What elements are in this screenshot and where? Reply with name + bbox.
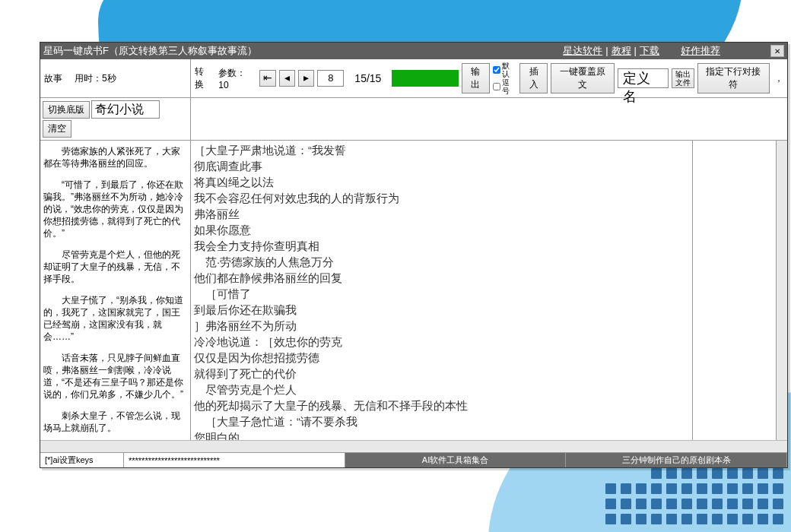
output-line[interactable]: 弗洛丽丝: [194, 206, 689, 222]
ai-keys-cell[interactable]: [*]ai设置keys: [40, 453, 124, 467]
source-paragraph: “可惜了，到最后了，你还在欺骗我。”弗洛丽丝不为所动，她冷冷的说，“效忠你的劳克…: [43, 179, 187, 239]
source-text-pane[interactable]: 劳德家族的人紧张死了，大家都在等待弗洛丽丝的回应。“可惜了，到最后了，你还在欺骗…: [40, 141, 191, 440]
opt-comma[interactable]: 逗号: [493, 78, 516, 95]
opt-default[interactable]: 默认: [493, 62, 516, 78]
source-paragraph: 大皇子慌了，“别杀我，你知道的，我死了，这国家就完了，国王已经驾崩，这国家没有我…: [43, 294, 187, 343]
title-bar: 星码一键成书F（原文转换第三人称叙事故事流） 星达软件|教程|下载 好作推荐 ✕: [40, 43, 787, 59]
output-line[interactable]: ［大皇子严肃地说道：“我发誓: [194, 142, 689, 158]
close-button[interactable]: ✕: [770, 45, 784, 57]
export-file-button[interactable]: 输出 文件: [672, 68, 694, 88]
link-download[interactable]: 下载: [640, 45, 659, 56]
output-line[interactable]: ［大皇子急忙道：“请不要杀我: [194, 413, 689, 429]
output-line[interactable]: 您明白的: [194, 429, 689, 440]
scrollbar-v[interactable]: [777, 141, 787, 440]
time-label: 用时：5秒: [73, 72, 118, 85]
prev-page-button[interactable]: ◂: [279, 70, 295, 87]
source-paragraph: 尽管劳克是个烂人，但他的死却证明了大皇子的残暴，无信，不择手段。: [43, 249, 187, 285]
status-bar: [*]ai设置keys ****************************…: [40, 452, 787, 467]
ai-tools-button[interactable]: AI软件工具箱集合: [345, 453, 567, 467]
define-name-input[interactable]: 定义名: [618, 68, 668, 88]
output-line[interactable]: 仅仅是因为你想招揽劳德: [194, 350, 689, 366]
scrollbar-h[interactable]: [40, 440, 787, 452]
source-paragraph: 刺杀大皇子，不管怎么说，现场马上就崩乱了。: [43, 410, 187, 434]
app-window: 星码一键成书F（原文转换第三人称叙事故事流） 星达软件|教程|下载 好作推荐 ✕…: [40, 42, 788, 468]
output-line[interactable]: 他们都在静候弗洛丽丝的回复: [194, 270, 689, 286]
output-line[interactable]: 我不会容忍任何对效忠我的人的背叛行为: [194, 190, 689, 206]
output-line[interactable]: 如果你愿意: [194, 222, 689, 238]
stars-cell: ****************************: [124, 453, 345, 467]
overwrite-button[interactable]: 一键覆盖原文: [551, 63, 615, 93]
convert-label: 转换: [193, 65, 214, 91]
insert-button[interactable]: 插入: [519, 63, 548, 93]
output-line[interactable]: 到最后你还在欺骗我: [194, 302, 689, 318]
output-line[interactable]: 尽管劳克是个烂人: [194, 382, 689, 397]
decorative-dots: [605, 468, 783, 524]
make-script-button[interactable]: 三分钟制作自己的原创剧本杀: [566, 453, 787, 467]
output-line[interactable]: 范·劳德家族的人焦急万分: [194, 254, 689, 270]
first-page-button[interactable]: ⇤: [259, 70, 275, 87]
output-line[interactable]: ［可惜了: [194, 286, 689, 302]
genre-input[interactable]: [91, 100, 160, 119]
source-paragraph: 话音未落，只见脖子间鲜血直喷，弗洛丽丝一剑割喉，冷冷说道，“不是还有三皇子吗？那…: [43, 352, 187, 401]
output-button[interactable]: 输出: [462, 63, 490, 93]
switch-bottom-button[interactable]: 切换底版: [43, 101, 90, 119]
side-pane: [693, 141, 777, 440]
output-line[interactable]: 将真凶绳之以法: [194, 174, 689, 190]
output-line[interactable]: 冷冷地说道：［效忠你的劳克: [194, 334, 689, 350]
story-label: 故事: [43, 72, 64, 85]
link-tutorial[interactable]: 教程: [612, 45, 631, 56]
output-line[interactable]: 就得到了死亡的代价: [194, 366, 689, 382]
next-page-button[interactable]: ▸: [298, 70, 314, 87]
source-paragraph: 劳德家族的人紧张死了，大家都在等待弗洛丽丝的回应。: [43, 145, 187, 169]
link-software[interactable]: 星达软件: [563, 45, 602, 56]
output-line[interactable]: ］弗洛丽丝不为所动: [194, 318, 689, 334]
output-line[interactable]: 我会全力支持你查明真相: [194, 238, 689, 254]
link-recommend[interactable]: 好作推荐: [681, 44, 720, 58]
clear-button[interactable]: 清空: [43, 120, 71, 138]
progress-indicator: [392, 70, 458, 87]
output-line[interactable]: 彻底调查此事: [194, 158, 689, 174]
window-title: 星码一键成书F（原文转换第三人称叙事故事流）: [43, 44, 257, 58]
align-next-button[interactable]: 指定下行对接符: [697, 63, 770, 93]
param-label: 参数：10: [217, 67, 256, 90]
output-line[interactable]: 他的死却揭示了大皇子的残暴、无信和不择手段的本性: [194, 397, 689, 413]
output-lines-pane[interactable]: ［大皇子严肃地说道：“我发誓彻底调查此事将真凶绳之以法我不会容忍任何对效忠我的人…: [191, 141, 693, 440]
page-total: 15/15: [347, 72, 389, 84]
page-number[interactable]: 8: [317, 70, 344, 87]
